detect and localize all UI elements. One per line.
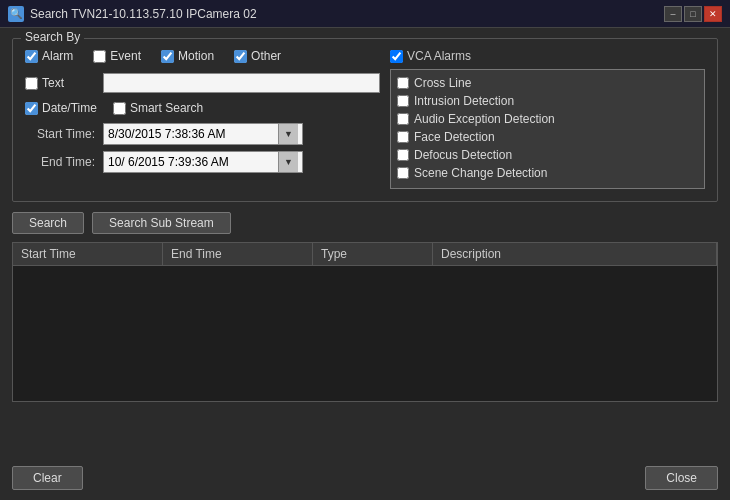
main-content: Search By Alarm Event Motion <box>0 28 730 500</box>
results-header: Start TimeEnd TimeTypeDescription <box>13 243 717 266</box>
text-label: Text <box>42 76 64 90</box>
vca-item: Defocus Detection <box>397 146 698 164</box>
vca-item-label-0: Cross Line <box>414 76 471 90</box>
end-time-input[interactable]: 10/ 6/2015 7:39:36 AM ▼ <box>103 151 303 173</box>
end-time-row: End Time: 10/ 6/2015 7:39:36 AM ▼ <box>25 151 380 173</box>
vca-item-checkbox-4[interactable] <box>397 149 409 161</box>
other-checkbox-item[interactable]: Other <box>234 49 281 63</box>
vca-item-label-4: Defocus Detection <box>414 148 512 162</box>
smart-search-checkbox-item[interactable]: Smart Search <box>113 101 203 115</box>
window-close-button[interactable]: ✕ <box>704 6 722 22</box>
datetime-checkbox-item[interactable]: Date/Time <box>25 101 97 115</box>
start-time-input[interactable]: 8/30/2015 7:38:36 AM ▼ <box>103 123 303 145</box>
results-header-cell-type: Type <box>313 243 433 265</box>
search-by-group: Search By Alarm Event Motion <box>12 38 718 202</box>
title-bar-left: 🔍 Search TVN21-10.113.57.10 IPCamera 02 <box>8 6 257 22</box>
event-label: Event <box>110 49 141 63</box>
vca-item-label-5: Scene Change Detection <box>414 166 547 180</box>
event-checkbox-item[interactable]: Event <box>93 49 141 63</box>
window-controls: – □ ✕ <box>664 6 722 22</box>
end-time-value: 10/ 6/2015 7:39:36 AM <box>108 155 278 169</box>
vca-alarms-label: VCA Alarms <box>407 49 471 63</box>
alarm-checkbox-item[interactable]: Alarm <box>25 49 73 63</box>
start-time-row: Start Time: 8/30/2015 7:38:36 AM ▼ <box>25 123 380 145</box>
vca-item: Face Detection <box>397 128 698 146</box>
vca-item-label-3: Face Detection <box>414 130 495 144</box>
alarm-checkbox[interactable] <box>25 50 38 63</box>
search-button[interactable]: Search <box>12 212 84 234</box>
alarm-label: Alarm <box>42 49 73 63</box>
other-label: Other <box>251 49 281 63</box>
start-time-value: 8/30/2015 7:38:36 AM <box>108 127 278 141</box>
vca-item: Audio Exception Detection <box>397 110 698 128</box>
datetime-checkbox[interactable] <box>25 102 38 115</box>
end-time-label: End Time: <box>25 155 95 169</box>
smart-search-checkbox[interactable] <box>113 102 126 115</box>
results-header-cell-start-time: Start Time <box>13 243 163 265</box>
app-icon: 🔍 <box>8 6 24 22</box>
end-time-picker-button[interactable]: ▼ <box>278 152 298 172</box>
datetime-options-row: Date/Time Smart Search <box>25 101 380 115</box>
motion-checkbox[interactable] <box>161 50 174 63</box>
left-column: Alarm Event Motion Other <box>25 49 380 189</box>
start-time-picker-button[interactable]: ▼ <box>278 124 298 144</box>
vca-item-label-1: Intrusion Detection <box>414 94 514 108</box>
vca-item: Cross Line <box>397 74 698 92</box>
text-checkbox-item[interactable]: Text <box>25 76 95 90</box>
results-header-cell-end-time: End Time <box>163 243 313 265</box>
text-row: Text <box>25 73 380 93</box>
right-column: VCA Alarms Cross LineIntrusion Detection… <box>390 49 705 189</box>
title-bar: 🔍 Search TVN21-10.113.57.10 IPCamera 02 … <box>0 0 730 28</box>
text-input[interactable] <box>103 73 380 93</box>
window-title: Search TVN21-10.113.57.10 IPCamera 02 <box>30 7 257 21</box>
clear-button[interactable]: Clear <box>12 466 83 490</box>
vca-item-checkbox-2[interactable] <box>397 113 409 125</box>
close-button[interactable]: Close <box>645 466 718 490</box>
vca-item: Scene Change Detection <box>397 164 698 182</box>
vca-item-checkbox-0[interactable] <box>397 77 409 89</box>
other-checkbox[interactable] <box>234 50 247 63</box>
start-time-label: Start Time: <box>25 127 95 141</box>
group-box-label: Search By <box>21 30 84 44</box>
vca-item: Intrusion Detection <box>397 92 698 110</box>
checkbox-row-1: Alarm Event Motion Other <box>25 49 380 63</box>
minimize-button[interactable]: – <box>664 6 682 22</box>
search-sub-stream-button[interactable]: Search Sub Stream <box>92 212 231 234</box>
group-inner: Alarm Event Motion Other <box>25 49 705 189</box>
results-header-cell-description: Description <box>433 243 717 265</box>
text-checkbox[interactable] <box>25 77 38 90</box>
footer: Clear Close <box>12 466 718 490</box>
vca-item-label-2: Audio Exception Detection <box>414 112 555 126</box>
vca-alarms-checkbox[interactable] <box>390 50 403 63</box>
event-checkbox[interactable] <box>93 50 106 63</box>
motion-label: Motion <box>178 49 214 63</box>
vca-alarms-list: Cross LineIntrusion DetectionAudio Excep… <box>390 69 705 189</box>
motion-checkbox-item[interactable]: Motion <box>161 49 214 63</box>
results-body <box>13 266 717 398</box>
smart-search-label: Smart Search <box>130 101 203 115</box>
vca-alarms-label-row: VCA Alarms <box>390 49 705 63</box>
vca-item-checkbox-1[interactable] <box>397 95 409 107</box>
vca-item-checkbox-5[interactable] <box>397 167 409 179</box>
vca-item-checkbox-3[interactable] <box>397 131 409 143</box>
results-area: Start TimeEnd TimeTypeDescription <box>12 242 718 402</box>
datetime-label: Date/Time <box>42 101 97 115</box>
maximize-button[interactable]: □ <box>684 6 702 22</box>
search-button-row: Search Search Sub Stream <box>12 212 718 234</box>
